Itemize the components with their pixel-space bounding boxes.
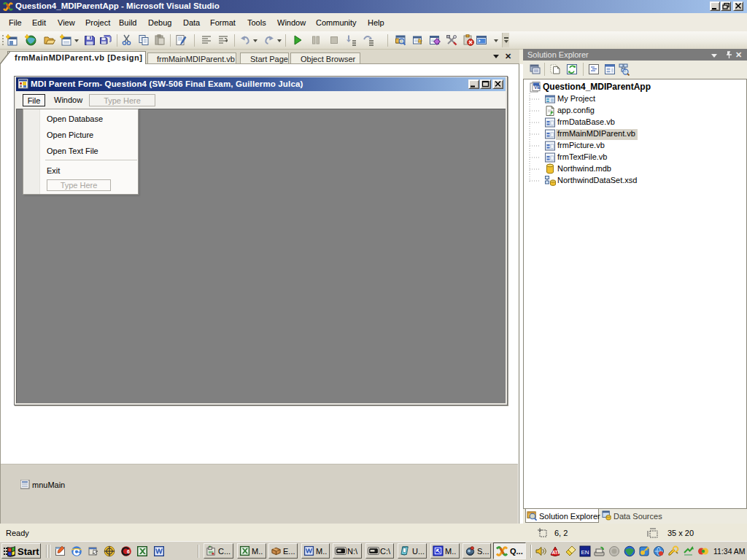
svg-text:ATI: ATI — [551, 550, 559, 555]
svg-text:6: 6 — [127, 549, 130, 554]
svg-text:VB: VB — [534, 85, 541, 90]
svg-text:EN: EN — [581, 549, 589, 556]
